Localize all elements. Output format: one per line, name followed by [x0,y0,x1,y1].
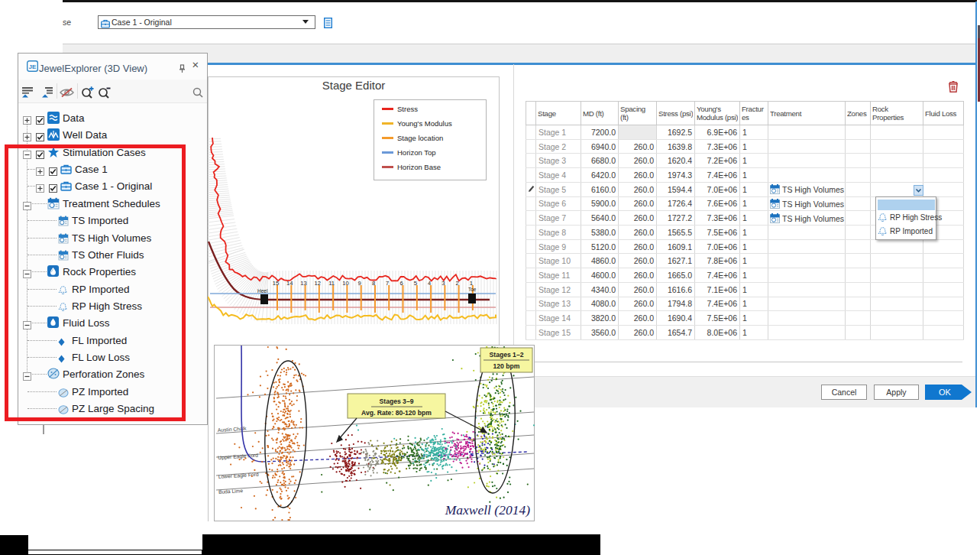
svg-text:9: 9 [358,280,361,287]
svg-text:4: 4 [428,280,431,287]
svg-text:15: 15 [273,280,279,287]
svg-text:Stages 3–9: Stages 3–9 [380,398,414,405]
svg-text:12: 12 [315,280,321,287]
svg-text:120 bpm: 120 bpm [493,362,520,370]
svg-text:11: 11 [328,280,335,287]
svg-text:8: 8 [372,280,375,287]
svg-text:Maxwell (2014): Maxwell (2014) [445,502,530,518]
svg-text:2: 2 [455,280,458,287]
svg-text:Lower Eagle Ford: Lower Eagle Ford [218,472,259,480]
svg-text:Heel: Heel [257,288,268,294]
svg-text:1: 1 [470,280,473,287]
svg-text:6: 6 [399,280,403,287]
svg-text:14: 14 [286,280,293,287]
svg-text:3: 3 [441,280,445,287]
svg-text:Toe: Toe [468,287,477,292]
svg-text:10: 10 [342,280,348,287]
svg-text:13: 13 [300,280,306,287]
svg-text:7: 7 [386,280,389,287]
svg-text:Avg. Rate: 80-120 bpm: Avg. Rate: 80-120 bpm [361,409,432,417]
svg-text:OK: OK [939,388,952,397]
svg-text:Stages 1–2: Stages 1–2 [490,351,524,359]
svg-text:Buda Lime: Buda Lime [218,488,244,495]
svg-text:5: 5 [414,280,417,287]
